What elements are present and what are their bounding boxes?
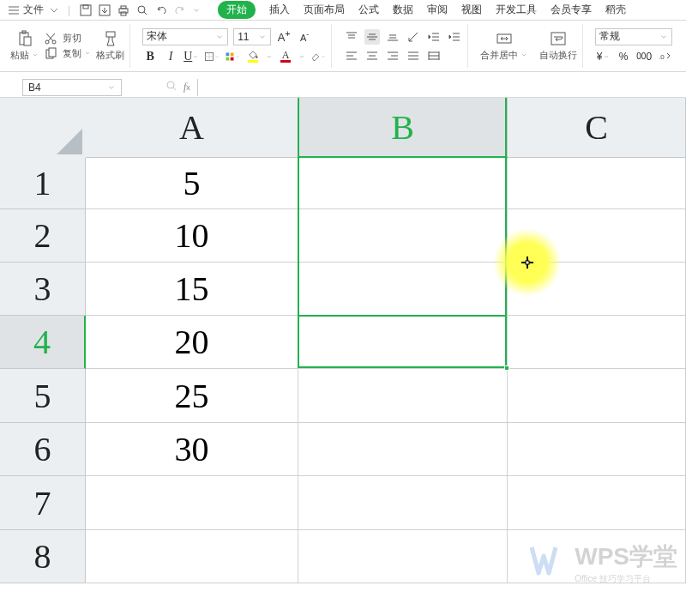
increase-indent-button[interactable] xyxy=(447,29,462,45)
tab-formulas[interactable]: 公式 xyxy=(358,3,379,17)
cell-A6[interactable]: 30 xyxy=(86,423,298,476)
clear-format-button[interactable] xyxy=(310,49,326,64)
tab-page-layout[interactable]: 页面布局 xyxy=(304,3,345,17)
align-top-button[interactable] xyxy=(344,29,359,45)
fill-color-button[interactable] xyxy=(245,49,261,64)
cell-style-button[interactable] xyxy=(225,49,240,64)
chevron-down-icon xyxy=(321,53,326,60)
qat-output-button[interactable] xyxy=(98,3,111,17)
formula-input[interactable] xyxy=(197,79,686,96)
tab-last[interactable]: 稻壳 xyxy=(605,3,626,17)
cell-C1[interactable] xyxy=(508,158,686,209)
qat-print-button[interactable] xyxy=(117,3,130,17)
cell-B3[interactable] xyxy=(298,263,508,316)
row-header-8[interactable]: 8 xyxy=(0,530,86,583)
cell-B1[interactable] xyxy=(298,158,508,209)
column-header-B[interactable]: B xyxy=(298,98,508,158)
svg-rect-1 xyxy=(83,5,88,9)
copy-button[interactable]: 复制 xyxy=(44,47,91,61)
align-justify-button[interactable] xyxy=(406,48,421,63)
format-painter-button[interactable]: 格式刷 xyxy=(96,30,124,62)
cells-area[interactable]: 51015202530 xyxy=(86,158,686,583)
chevron-down-icon[interactable] xyxy=(298,53,305,60)
qat-preview-button[interactable] xyxy=(135,3,149,17)
cell-A5[interactable]: 25 xyxy=(86,369,298,423)
comma-button[interactable]: 000 xyxy=(636,49,652,64)
number-format-select[interactable]: 常规 xyxy=(595,28,672,45)
tab-data[interactable]: 数据 xyxy=(393,3,413,17)
merge-center-button[interactable]: 合并居中 xyxy=(480,30,527,62)
distribute-button[interactable] xyxy=(426,48,442,63)
cell-A4[interactable]: 20 xyxy=(86,316,298,369)
qat-more-button[interactable] xyxy=(192,6,201,15)
qat-undo-button[interactable] xyxy=(154,3,168,17)
font-name-select[interactable]: 宋体 xyxy=(142,28,228,45)
svg-rect-13 xyxy=(49,48,56,57)
bold-button[interactable]: B xyxy=(142,49,158,64)
underline-button[interactable]: U xyxy=(184,49,199,64)
align-middle-button[interactable] xyxy=(364,29,380,45)
qat-redo-button[interactable] xyxy=(173,3,187,17)
currency-button[interactable]: ¥ xyxy=(595,49,611,64)
cell-A7[interactable] xyxy=(86,476,298,530)
increase-decimal-button[interactable]: .0 xyxy=(657,49,672,64)
decrease-indent-button[interactable] xyxy=(426,29,442,45)
row-header-6[interactable]: 6 xyxy=(0,423,86,476)
cell-B8[interactable] xyxy=(298,530,508,583)
row-header-5[interactable]: 5 xyxy=(0,369,86,423)
row-header-2[interactable]: 2 xyxy=(0,209,86,263)
cell-C5[interactable] xyxy=(508,369,686,423)
wrap-icon xyxy=(550,30,567,47)
tab-review[interactable]: 审阅 xyxy=(427,3,448,17)
font-size-select[interactable]: 11 xyxy=(233,28,271,45)
percent-button[interactable]: % xyxy=(616,49,631,64)
tab-view[interactable]: 视图 xyxy=(461,3,482,17)
tab-dev[interactable]: 开发工具 xyxy=(496,3,537,17)
border-button[interactable] xyxy=(204,49,220,64)
fill-handle[interactable] xyxy=(504,365,509,371)
tab-vip[interactable]: 会员专享 xyxy=(551,3,592,17)
increase-font-button[interactable]: A+ xyxy=(276,29,292,45)
cell-B2[interactable] xyxy=(298,209,508,263)
fx-function-button[interactable]: fx xyxy=(184,81,190,94)
cell-C2[interactable] xyxy=(508,209,686,263)
cell-A3[interactable]: 15 xyxy=(86,263,298,316)
cell-B6[interactable] xyxy=(298,423,508,476)
worksheet[interactable]: ABC 12345678 51015202530 WPS学堂 Office 技巧… xyxy=(0,98,686,594)
cell-C3[interactable] xyxy=(508,263,686,316)
tab-insert[interactable]: 插入 xyxy=(269,3,290,17)
orientation-button[interactable] xyxy=(406,29,421,45)
column-header-A[interactable]: A xyxy=(86,98,298,158)
wrap-text-button[interactable]: 自动换行 xyxy=(539,30,577,62)
cell-B4[interactable] xyxy=(298,316,508,369)
chevron-down-icon[interactable] xyxy=(266,53,273,60)
row-header-1[interactable]: 1 xyxy=(0,158,86,209)
cell-B7[interactable] xyxy=(298,476,508,530)
cell-B5[interactable] xyxy=(298,369,508,423)
cell-A2[interactable]: 10 xyxy=(86,209,298,263)
file-menu[interactable]: 文件 xyxy=(3,3,64,17)
align-right-button[interactable] xyxy=(385,48,400,63)
align-left-button[interactable] xyxy=(344,48,359,63)
italic-button[interactable]: I xyxy=(163,49,178,64)
select-all-corner[interactable] xyxy=(0,98,86,158)
paste-button[interactable]: 粘贴 xyxy=(10,30,39,62)
cell-A8[interactable] xyxy=(86,530,298,583)
align-bottom-button[interactable] xyxy=(385,29,400,45)
row-header-7[interactable]: 7 xyxy=(0,476,86,530)
cell-C7[interactable] xyxy=(508,476,686,530)
decrease-font-button[interactable]: A- xyxy=(297,29,312,45)
qat-save-button[interactable] xyxy=(79,3,93,17)
cell-A1[interactable]: 5 xyxy=(86,158,298,209)
cell-C6[interactable] xyxy=(508,423,686,476)
font-color-button[interactable]: A xyxy=(278,49,293,64)
fx-cancel-button[interactable] xyxy=(165,79,178,95)
row-header-4[interactable]: 4 xyxy=(0,316,86,369)
align-center-button[interactable] xyxy=(364,48,380,63)
name-box[interactable]: B4 xyxy=(22,79,122,96)
column-header-C[interactable]: C xyxy=(508,98,686,158)
tab-start[interactable]: 开始 xyxy=(218,1,256,19)
row-header-3[interactable]: 3 xyxy=(0,263,86,316)
cut-button[interactable]: 剪切 xyxy=(44,32,91,45)
cell-C4[interactable] xyxy=(508,316,686,369)
